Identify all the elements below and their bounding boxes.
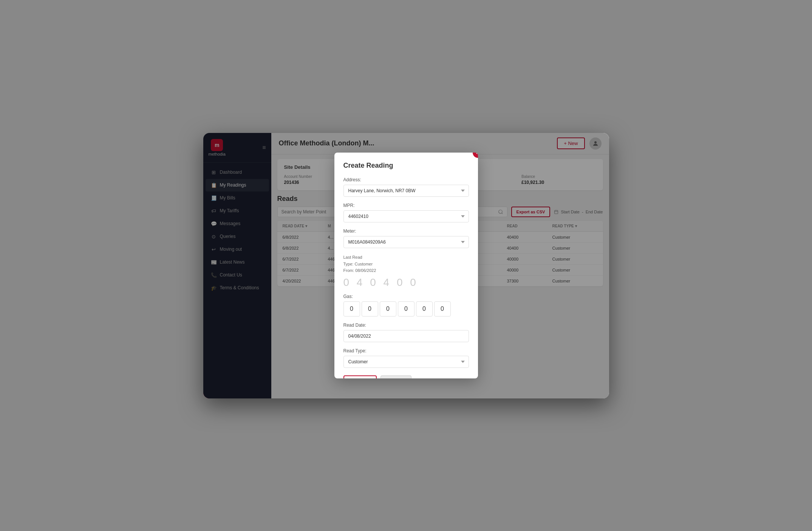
- read-date-input[interactable]: [343, 330, 469, 342]
- gas-input-row: [343, 301, 469, 316]
- cancel-button[interactable]: Cancel: [380, 375, 411, 378]
- last-read-value: 0 4 0 4 0 0: [343, 276, 469, 289]
- address-group: Address: Harvey Lane, Norwich, NR7 0BW: [343, 177, 469, 197]
- read-date-group: Read Date:: [343, 323, 469, 342]
- gas-digit-6[interactable]: [434, 301, 451, 316]
- submit-button[interactable]: Submit: [343, 375, 377, 378]
- modal-title: Create Reading: [343, 162, 469, 170]
- modal-actions: Submit Cancel: [343, 375, 469, 378]
- read-date-label: Read Date:: [343, 323, 469, 328]
- modal-close-button[interactable]: ×: [473, 153, 478, 158]
- address-select[interactable]: Harvey Lane, Norwich, NR7 0BW: [343, 185, 469, 197]
- gas-digit-4[interactable]: [398, 301, 415, 316]
- create-reading-modal: × Create Reading Address: Harvey Lane, N…: [334, 153, 478, 378]
- read-type-group: Read Type: Customer Estimated Actual: [343, 348, 469, 368]
- mpr-select[interactable]: 44602410: [343, 210, 469, 222]
- gas-label: Gas:: [343, 294, 469, 299]
- gas-digit-1[interactable]: [343, 301, 360, 316]
- mpr-label: MPR:: [343, 203, 469, 208]
- gas-digit-2[interactable]: [362, 301, 378, 316]
- meter-select[interactable]: M016A0849209A6: [343, 236, 469, 248]
- gas-digit-3[interactable]: [380, 301, 396, 316]
- address-label: Address:: [343, 177, 469, 182]
- meter-label: Meter:: [343, 228, 469, 234]
- mpr-group: MPR: 44602410: [343, 203, 469, 222]
- gas-group: Gas:: [343, 294, 469, 316]
- last-read-info: Last Read Type: Customer From: 08/06/202…: [343, 254, 469, 274]
- meter-group: Meter: M016A0849209A6: [343, 228, 469, 248]
- gas-digit-5[interactable]: [416, 301, 433, 316]
- modal-overlay: × Create Reading Address: Harvey Lane, N…: [203, 133, 609, 398]
- read-type-label: Read Type:: [343, 348, 469, 353]
- read-type-select[interactable]: Customer Estimated Actual: [343, 356, 469, 368]
